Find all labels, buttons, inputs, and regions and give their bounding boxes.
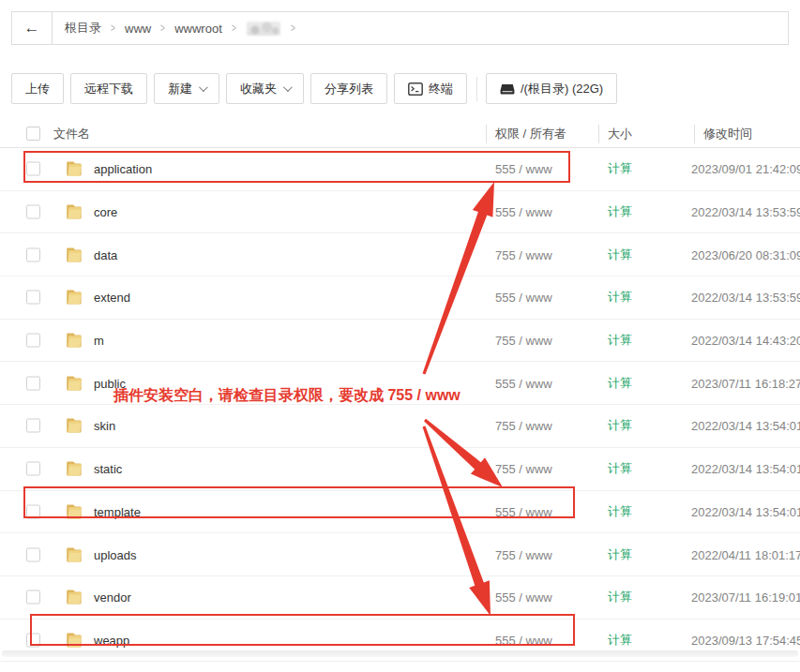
size-calculate-link[interactable]: 计算 (608, 289, 632, 306)
share-list-button[interactable]: 分享列表 (310, 73, 387, 104)
favorites-label: 收藏夹 (240, 81, 277, 97)
header-size[interactable]: 大小 (608, 126, 632, 142)
column-divider (598, 125, 599, 143)
file-permission-owner: 755 / www (495, 334, 552, 348)
annotation-highlight-box (23, 486, 575, 518)
row-checkbox[interactable] (26, 462, 40, 476)
row-checkbox[interactable] (26, 419, 40, 433)
horizontal-scrollbar[interactable] (2, 650, 798, 657)
upload-button[interactable]: 上传 (11, 73, 64, 104)
remote-download-label: 远程下载 (84, 81, 133, 97)
file-manager-page: ← 根目录 > www > wwwroot > > 上传 远程下载 新建 收藏夹 (0, 0, 800, 672)
size-calculate-link[interactable]: 计算 (608, 503, 632, 520)
favorites-dropdown-button[interactable]: 收藏夹 (226, 73, 304, 104)
file-name[interactable]: vendor (94, 590, 131, 605)
row-checkbox[interactable] (26, 590, 40, 605)
size-calculate-link[interactable]: 计算 (608, 632, 632, 649)
header-file-name[interactable]: 文件名 (53, 126, 90, 142)
breadcrumb-item-redacted[interactable] (247, 22, 280, 36)
size-calculate-link[interactable]: 计算 (608, 417, 632, 434)
header-mtime[interactable]: 修改时间 (703, 126, 752, 142)
share-list-label: 分享列表 (325, 81, 373, 97)
back-button[interactable]: ← (12, 12, 53, 44)
breadcrumb-item-wwwroot[interactable]: wwwroot (174, 22, 222, 36)
table-row[interactable]: uploads 755 / www 计算 2022/04/11 18:01:17 (0, 533, 800, 576)
table-row[interactable]: extend 555 / www 计算 2022/03/14 13:53:59 (0, 276, 800, 320)
disk-root-label: /(根目录) (22G) (521, 81, 603, 97)
file-permission-owner: 755 / www (495, 419, 552, 433)
terminal-label: 终端 (429, 81, 453, 97)
file-permission-owner: 555 / www (495, 590, 552, 605)
folder-icon (65, 460, 83, 477)
size-calculate-link[interactable]: 计算 (608, 332, 632, 349)
file-mtime: 2022/03/14 13:53:59 (691, 205, 800, 219)
breadcrumb-item-www[interactable]: www (125, 22, 151, 36)
table-row[interactable]: core 555 / www 计算 2022/03/14 13:53:59 (0, 191, 800, 234)
file-name[interactable]: uploads (94, 547, 137, 561)
file-permission-owner: 755 / www (495, 247, 552, 261)
table-row[interactable]: m 755 / www 计算 2022/03/14 14:43:20 (0, 320, 800, 363)
chevron-down-icon (199, 82, 208, 92)
size-calculate-link[interactable]: 计算 (608, 160, 632, 177)
table-header: 文件名 权限 / 所有者 大小 修改时间 (0, 121, 800, 148)
breadcrumb-separator-icon: > (291, 22, 295, 35)
header-permission-owner[interactable]: 权限 / 所有者 (495, 126, 566, 142)
file-name[interactable]: skin (94, 419, 115, 433)
new-dropdown-button[interactable]: 新建 (154, 73, 219, 104)
row-checkbox[interactable] (26, 247, 40, 261)
folder-icon (65, 289, 83, 306)
file-name[interactable]: data (94, 247, 117, 261)
folder-icon (65, 417, 83, 434)
file-name[interactable]: static (94, 462, 122, 476)
file-permission-owner: 555 / www (495, 376, 552, 390)
toolbar-divider (476, 77, 477, 101)
table-row[interactable]: data 755 / www 计算 2023/06/20 08:31:09 (0, 233, 800, 276)
table-row[interactable]: vendor 555 / www 计算 2023/07/11 16:19:01 (0, 576, 800, 620)
row-checkbox[interactable] (26, 205, 40, 219)
file-name[interactable]: core (94, 205, 117, 219)
file-mtime: 2022/03/14 14:43:20 (691, 334, 800, 348)
file-mtime: 2023/09/13 17:54:45 (691, 633, 800, 647)
chevron-down-icon (283, 82, 293, 92)
column-divider (694, 125, 695, 143)
breadcrumb-separator-icon: > (111, 22, 115, 35)
table-row[interactable]: skin 755 / www 计算 2022/03/14 13:54:01 (0, 405, 800, 448)
row-checkbox[interactable] (26, 334, 40, 348)
file-name[interactable]: extend (94, 291, 130, 305)
hard-drive-icon (500, 82, 515, 96)
size-calculate-link[interactable]: 计算 (608, 589, 632, 605)
toolbar: 上传 远程下载 新建 收藏夹 分享列表 终端 (11, 73, 624, 104)
folder-icon (65, 589, 83, 605)
file-mtime: 2022/03/14 13:54:01 (691, 504, 800, 518)
disk-root-button[interactable]: /(根目录) (22G) (486, 73, 617, 104)
folder-icon (65, 332, 83, 349)
remote-download-button[interactable]: 远程下载 (70, 73, 147, 104)
size-calculate-link[interactable]: 计算 (608, 375, 632, 392)
folder-icon (65, 546, 83, 563)
select-all-checkbox[interactable] (26, 127, 40, 141)
file-name[interactable]: m (94, 334, 104, 348)
file-mtime: 2023/06/20 08:31:09 (691, 247, 800, 261)
file-permission-owner: 755 / www (495, 462, 552, 476)
file-mtime: 2023/09/01 21:42:09 (691, 162, 800, 176)
file-mtime: 2022/03/14 13:54:01 (691, 462, 800, 476)
row-checkbox[interactable] (26, 547, 40, 561)
file-mtime: 2022/03/14 13:53:59 (691, 291, 800, 305)
size-calculate-link[interactable]: 计算 (608, 460, 632, 477)
file-permission-owner: 755 / www (495, 547, 552, 561)
size-calculate-link[interactable]: 计算 (608, 546, 632, 563)
file-mtime: 2022/04/11 18:01:17 (691, 547, 800, 561)
annotation-highlight-box (30, 614, 575, 646)
row-checkbox[interactable] (26, 376, 40, 390)
size-calculate-link[interactable]: 计算 (608, 246, 632, 263)
size-calculate-link[interactable]: 计算 (608, 203, 632, 220)
table-row[interactable]: static 755 / www 计算 2022/03/14 13:54:01 (0, 448, 800, 491)
terminal-button[interactable]: 终端 (394, 73, 467, 104)
file-permission-owner: 555 / www (495, 291, 552, 305)
breadcrumb-item-root[interactable]: 根目录 (65, 20, 101, 37)
breadcrumb-separator-icon: > (232, 22, 236, 35)
row-checkbox[interactable] (26, 291, 40, 305)
upload-label: 上传 (25, 81, 50, 97)
folder-icon (65, 203, 83, 220)
annotation-highlight-box (23, 151, 570, 183)
